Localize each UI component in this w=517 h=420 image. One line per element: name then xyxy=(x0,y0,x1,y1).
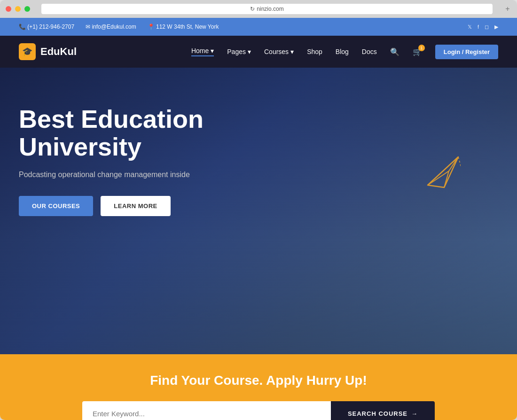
maximize-button[interactable] xyxy=(24,6,30,12)
email-item: ✉ info@Edukul.com xyxy=(86,23,136,30)
search-bar: SEARCH COURSE → xyxy=(82,401,435,420)
phone-icon: 📞 xyxy=(19,23,27,30)
nav-item-shop[interactable]: Shop xyxy=(307,48,322,55)
chevron-down-icon: ▾ xyxy=(248,48,251,55)
minimize-button[interactable] xyxy=(15,6,21,12)
hero-content: Best Education University Podcasting ope… xyxy=(0,68,291,216)
search-course-button[interactable]: SEARCH COURSE → xyxy=(331,401,435,420)
close-button[interactable] xyxy=(6,6,11,12)
youtube-icon[interactable]: ▶ xyxy=(494,24,498,30)
phone-item: 📞 (+1) 212-946-2707 xyxy=(19,23,74,30)
paper-plane-decoration xyxy=(423,152,461,196)
graduation-cap-icon: 🎓 xyxy=(22,47,32,57)
hero-subtitle: Podcasting operational change management… xyxy=(19,171,273,179)
logo[interactable]: 🎓 EduKul xyxy=(19,43,77,60)
navbar: 🎓 EduKul Home ▾ Pages ▾ Courses ▾ Shop B… xyxy=(0,36,517,68)
nav-item-pages[interactable]: Pages ▾ xyxy=(227,48,251,55)
instagram-icon[interactable]: ◻ xyxy=(485,24,489,30)
browser-titlebar: ↻ ninzio.com + xyxy=(0,0,517,18)
arrow-icon: → xyxy=(411,410,418,417)
url-text: ninzio.com xyxy=(257,6,283,12)
address-item: 📍 112 W 34th St, New York xyxy=(148,23,219,30)
our-courses-button[interactable]: OUR COURSES xyxy=(19,196,93,216)
nav-item-courses[interactable]: Courses ▾ xyxy=(264,48,294,55)
facebook-icon[interactable]: f xyxy=(478,24,479,30)
twitter-icon[interactable]: 𝕏 xyxy=(468,24,472,30)
address-bar[interactable]: ↻ ninzio.com xyxy=(41,4,493,14)
nav-item-home[interactable]: Home ▾ xyxy=(191,47,214,56)
search-section-title: Find Your Course. Apply Hurry Up! xyxy=(28,373,489,388)
top-bar: 📞 (+1) 212-946-2707 ✉ info@Edukul.com 📍 … xyxy=(0,18,517,36)
address-text: 112 W 34th St, New York xyxy=(156,23,219,30)
search-course-label: SEARCH COURSE xyxy=(348,410,407,417)
email-address: info@Edukul.com xyxy=(92,23,136,30)
phone-number: (+1) 212-946-2707 xyxy=(27,23,74,30)
search-section: Find Your Course. Apply Hurry Up! SEARCH… xyxy=(0,354,517,420)
hero-title: Best Education University xyxy=(19,105,273,161)
learn-more-button[interactable]: LEARN MORE xyxy=(101,196,170,216)
reload-icon: ↻ xyxy=(250,6,255,12)
svg-marker-0 xyxy=(428,157,458,187)
logo-text: EduKul xyxy=(40,46,77,58)
cart-wrapper[interactable]: 🛒 1 xyxy=(413,47,422,56)
browser-window: ↻ ninzio.com + 📞 (+1) 212-946-2707 ✉ inf… xyxy=(0,0,517,420)
chevron-down-icon: ▾ xyxy=(290,48,294,55)
logo-icon: 🎓 xyxy=(19,43,36,60)
top-bar-contact: 📞 (+1) 212-946-2707 ✉ info@Edukul.com 📍 … xyxy=(19,23,219,30)
nav-item-blog[interactable]: Blog xyxy=(336,48,349,55)
nav-links: Home ▾ Pages ▾ Courses ▾ Shop Blog Docs … xyxy=(191,45,498,59)
address-icon: 📍 xyxy=(148,23,156,30)
hero-section: Best Education University Podcasting ope… xyxy=(0,68,517,354)
hero-buttons: OUR COURSES LEARN MORE xyxy=(19,196,273,216)
nav-item-docs[interactable]: Docs xyxy=(362,48,377,55)
email-icon: ✉ xyxy=(86,23,92,30)
new-tab-button[interactable]: + xyxy=(504,5,511,13)
top-bar-social: 𝕏 f ◻ ▶ xyxy=(468,24,498,30)
login-register-button[interactable]: Login / Register xyxy=(435,45,498,59)
search-input[interactable] xyxy=(82,401,331,420)
cart-badge: 1 xyxy=(418,45,425,51)
chevron-down-icon: ▾ xyxy=(211,47,214,54)
search-icon[interactable]: 🔍 xyxy=(390,47,400,56)
